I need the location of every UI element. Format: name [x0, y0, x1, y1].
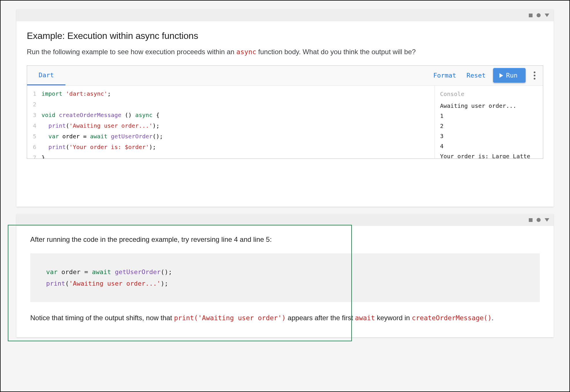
stop-icon[interactable] — [529, 14, 533, 17]
swapped-code-block: var order = await getUserOrder(); print(… — [30, 253, 540, 302]
card-header-2 — [16, 214, 554, 226]
console-line: Your order is: Large Latte — [440, 151, 538, 159]
dropdown-icon[interactable] — [545, 14, 549, 17]
record-icon[interactable] — [537, 218, 541, 222]
console-line: 2 — [440, 121, 538, 131]
instruction-text: After running the code in the preceding … — [30, 234, 540, 245]
card-header-1 — [16, 9, 554, 21]
console-line: Awaiting user order... — [440, 101, 538, 111]
console-label: Console — [440, 89, 538, 99]
record-icon[interactable] — [537, 13, 541, 17]
editor-toolbar: Dart Format Reset Run — [27, 66, 543, 86]
play-icon — [499, 73, 503, 78]
dropdown-icon[interactable] — [545, 218, 549, 222]
example-card-2: After running the code in the preceding … — [16, 214, 554, 337]
console-line: 1 — [440, 111, 538, 121]
async-inline-code: async — [236, 48, 256, 56]
await-inline-code: await — [355, 314, 375, 322]
run-button[interactable]: Run — [493, 68, 526, 83]
line-gutter: 1 2 3 4 5 6 7 — [27, 88, 39, 159]
example-title: Example: Execution within async function… — [27, 31, 543, 41]
reset-button[interactable]: Reset — [461, 68, 491, 82]
dart-editor: Dart Format Reset Run 1 2 3 4 5 — [27, 65, 543, 159]
example-card-1: Example: Execution within async function… — [16, 9, 554, 207]
print-inline-code: print('Awaiting user order') — [174, 314, 286, 322]
console-line: 4 — [440, 141, 538, 151]
code-lines: import 'dart:async'; void createOrderMes… — [39, 88, 163, 159]
console-line: 3 — [440, 131, 538, 141]
more-menu-icon[interactable] — [532, 70, 537, 81]
code-panel[interactable]: 1 2 3 4 5 6 7 import 'dart:async'; void … — [27, 86, 435, 159]
console-panel: Console Awaiting user order... 1 2 3 4 Y… — [435, 86, 543, 159]
stop-icon[interactable] — [529, 218, 533, 222]
function-inline-code: createOrderMessage() — [412, 314, 492, 322]
example-description: Run the following example to see how exe… — [27, 46, 543, 57]
format-button[interactable]: Format — [428, 68, 461, 82]
tab-dart[interactable]: Dart — [27, 66, 65, 85]
explanation-text: Notice that timing of the output shifts,… — [30, 312, 540, 323]
